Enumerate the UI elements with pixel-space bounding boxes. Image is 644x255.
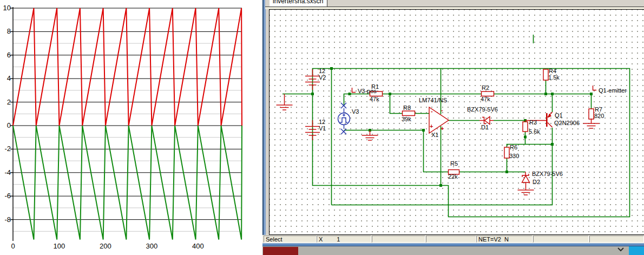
status-empty-4 [589,236,644,243]
tab-bar: invertersha.sxsch [265,0,644,9]
background-window-fragment [263,247,298,255]
series-green-sawtooth [13,126,242,239]
taskbar-fragment [629,246,644,255]
status-mode: Select [264,236,317,243]
tab-label: invertersha.sxsch [273,0,323,5]
app-root: 1086420-2-4-6-80100200300400 invertersha… [0,0,644,255]
status-bar: Select X1 NET=V2_N [262,235,644,243]
status-empty-3 [533,236,589,243]
tab-schematic[interactable]: invertersha.sxsch [270,0,327,6]
status-empty-1 [372,236,425,243]
status-net: NET=V2_N [476,236,533,243]
tabs-row: invertersha.sxsch [265,0,644,7]
waveform-plot [0,0,262,255]
status-empty-2 [426,236,476,243]
background-toolbar [262,246,644,255]
schematic-sheet[interactable] [269,9,644,235]
status-coordinates: X1 [317,236,371,243]
